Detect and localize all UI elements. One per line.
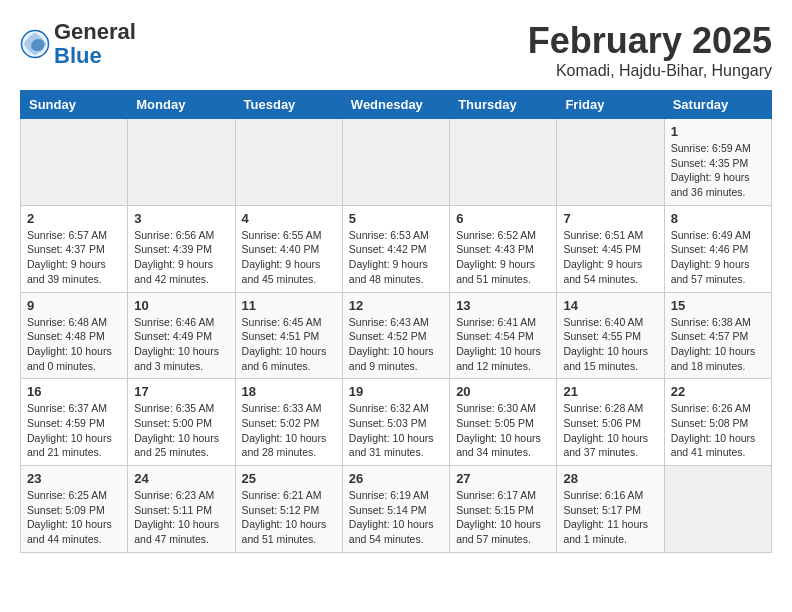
day-info: Sunrise: 6:37 AM Sunset: 4:59 PM Dayligh… xyxy=(27,401,121,460)
calendar-cell xyxy=(235,119,342,206)
day-info: Sunrise: 6:51 AM Sunset: 4:45 PM Dayligh… xyxy=(563,228,657,287)
day-info: Sunrise: 6:56 AM Sunset: 4:39 PM Dayligh… xyxy=(134,228,228,287)
weekday-header-friday: Friday xyxy=(557,91,664,119)
day-info: Sunrise: 6:28 AM Sunset: 5:06 PM Dayligh… xyxy=(563,401,657,460)
calendar-cell: 2Sunrise: 6:57 AM Sunset: 4:37 PM Daylig… xyxy=(21,205,128,292)
page-header: General Blue February 2025 Komadi, Hajdu… xyxy=(20,20,772,80)
logo-blue-text: Blue xyxy=(54,43,102,68)
weekday-header-monday: Monday xyxy=(128,91,235,119)
calendar-cell: 23Sunrise: 6:25 AM Sunset: 5:09 PM Dayli… xyxy=(21,466,128,553)
calendar-cell xyxy=(21,119,128,206)
day-info: Sunrise: 6:16 AM Sunset: 5:17 PM Dayligh… xyxy=(563,488,657,547)
day-number: 2 xyxy=(27,211,121,226)
calendar-cell: 22Sunrise: 6:26 AM Sunset: 5:08 PM Dayli… xyxy=(664,379,771,466)
weekday-header-saturday: Saturday xyxy=(664,91,771,119)
day-number: 6 xyxy=(456,211,550,226)
calendar-cell: 24Sunrise: 6:23 AM Sunset: 5:11 PM Dayli… xyxy=(128,466,235,553)
calendar-cell: 17Sunrise: 6:35 AM Sunset: 5:00 PM Dayli… xyxy=(128,379,235,466)
calendar-cell xyxy=(342,119,449,206)
day-number: 14 xyxy=(563,298,657,313)
weekday-header-wednesday: Wednesday xyxy=(342,91,449,119)
calendar-cell: 14Sunrise: 6:40 AM Sunset: 4:55 PM Dayli… xyxy=(557,292,664,379)
calendar-cell: 21Sunrise: 6:28 AM Sunset: 5:06 PM Dayli… xyxy=(557,379,664,466)
calendar-cell: 28Sunrise: 6:16 AM Sunset: 5:17 PM Dayli… xyxy=(557,466,664,553)
day-info: Sunrise: 6:26 AM Sunset: 5:08 PM Dayligh… xyxy=(671,401,765,460)
calendar-cell xyxy=(128,119,235,206)
day-number: 20 xyxy=(456,384,550,399)
weekday-header-row: SundayMondayTuesdayWednesdayThursdayFrid… xyxy=(21,91,772,119)
day-number: 8 xyxy=(671,211,765,226)
day-number: 9 xyxy=(27,298,121,313)
logo-icon xyxy=(20,29,50,59)
logo: General Blue xyxy=(20,20,136,68)
day-number: 22 xyxy=(671,384,765,399)
day-number: 17 xyxy=(134,384,228,399)
week-row-0: 1Sunrise: 6:59 AM Sunset: 4:35 PM Daylig… xyxy=(21,119,772,206)
week-row-4: 23Sunrise: 6:25 AM Sunset: 5:09 PM Dayli… xyxy=(21,466,772,553)
day-number: 21 xyxy=(563,384,657,399)
calendar-cell: 13Sunrise: 6:41 AM Sunset: 4:54 PM Dayli… xyxy=(450,292,557,379)
calendar-cell xyxy=(557,119,664,206)
day-number: 19 xyxy=(349,384,443,399)
day-info: Sunrise: 6:43 AM Sunset: 4:52 PM Dayligh… xyxy=(349,315,443,374)
day-number: 18 xyxy=(242,384,336,399)
day-number: 10 xyxy=(134,298,228,313)
day-info: Sunrise: 6:38 AM Sunset: 4:57 PM Dayligh… xyxy=(671,315,765,374)
day-info: Sunrise: 6:35 AM Sunset: 5:00 PM Dayligh… xyxy=(134,401,228,460)
day-number: 28 xyxy=(563,471,657,486)
calendar-cell: 9Sunrise: 6:48 AM Sunset: 4:48 PM Daylig… xyxy=(21,292,128,379)
day-info: Sunrise: 6:40 AM Sunset: 4:55 PM Dayligh… xyxy=(563,315,657,374)
calendar-cell: 20Sunrise: 6:30 AM Sunset: 5:05 PM Dayli… xyxy=(450,379,557,466)
day-info: Sunrise: 6:55 AM Sunset: 4:40 PM Dayligh… xyxy=(242,228,336,287)
day-info: Sunrise: 6:53 AM Sunset: 4:42 PM Dayligh… xyxy=(349,228,443,287)
day-number: 26 xyxy=(349,471,443,486)
day-info: Sunrise: 6:59 AM Sunset: 4:35 PM Dayligh… xyxy=(671,141,765,200)
day-number: 3 xyxy=(134,211,228,226)
day-number: 24 xyxy=(134,471,228,486)
day-info: Sunrise: 6:21 AM Sunset: 5:12 PM Dayligh… xyxy=(242,488,336,547)
day-info: Sunrise: 6:45 AM Sunset: 4:51 PM Dayligh… xyxy=(242,315,336,374)
day-info: Sunrise: 6:52 AM Sunset: 4:43 PM Dayligh… xyxy=(456,228,550,287)
day-number: 4 xyxy=(242,211,336,226)
day-info: Sunrise: 6:41 AM Sunset: 4:54 PM Dayligh… xyxy=(456,315,550,374)
day-info: Sunrise: 6:25 AM Sunset: 5:09 PM Dayligh… xyxy=(27,488,121,547)
calendar-cell: 7Sunrise: 6:51 AM Sunset: 4:45 PM Daylig… xyxy=(557,205,664,292)
day-info: Sunrise: 6:17 AM Sunset: 5:15 PM Dayligh… xyxy=(456,488,550,547)
calendar-cell: 4Sunrise: 6:55 AM Sunset: 4:40 PM Daylig… xyxy=(235,205,342,292)
calendar-cell: 10Sunrise: 6:46 AM Sunset: 4:49 PM Dayli… xyxy=(128,292,235,379)
calendar-cell: 26Sunrise: 6:19 AM Sunset: 5:14 PM Dayli… xyxy=(342,466,449,553)
day-number: 23 xyxy=(27,471,121,486)
calendar-cell: 1Sunrise: 6:59 AM Sunset: 4:35 PM Daylig… xyxy=(664,119,771,206)
calendar-cell: 11Sunrise: 6:45 AM Sunset: 4:51 PM Dayli… xyxy=(235,292,342,379)
month-title: February 2025 xyxy=(528,20,772,62)
title-block: February 2025 Komadi, Hajdu-Bihar, Hunga… xyxy=(528,20,772,80)
day-number: 12 xyxy=(349,298,443,313)
day-number: 7 xyxy=(563,211,657,226)
weekday-header-sunday: Sunday xyxy=(21,91,128,119)
calendar-cell: 25Sunrise: 6:21 AM Sunset: 5:12 PM Dayli… xyxy=(235,466,342,553)
calendar-cell xyxy=(450,119,557,206)
calendar-cell: 12Sunrise: 6:43 AM Sunset: 4:52 PM Dayli… xyxy=(342,292,449,379)
calendar-cell: 18Sunrise: 6:33 AM Sunset: 5:02 PM Dayli… xyxy=(235,379,342,466)
day-number: 11 xyxy=(242,298,336,313)
day-info: Sunrise: 6:57 AM Sunset: 4:37 PM Dayligh… xyxy=(27,228,121,287)
day-info: Sunrise: 6:30 AM Sunset: 5:05 PM Dayligh… xyxy=(456,401,550,460)
day-info: Sunrise: 6:33 AM Sunset: 5:02 PM Dayligh… xyxy=(242,401,336,460)
calendar-table: SundayMondayTuesdayWednesdayThursdayFrid… xyxy=(20,90,772,553)
day-info: Sunrise: 6:49 AM Sunset: 4:46 PM Dayligh… xyxy=(671,228,765,287)
day-info: Sunrise: 6:19 AM Sunset: 5:14 PM Dayligh… xyxy=(349,488,443,547)
calendar-cell: 5Sunrise: 6:53 AM Sunset: 4:42 PM Daylig… xyxy=(342,205,449,292)
day-info: Sunrise: 6:23 AM Sunset: 5:11 PM Dayligh… xyxy=(134,488,228,547)
calendar-cell: 27Sunrise: 6:17 AM Sunset: 5:15 PM Dayli… xyxy=(450,466,557,553)
weekday-header-thursday: Thursday xyxy=(450,91,557,119)
day-info: Sunrise: 6:46 AM Sunset: 4:49 PM Dayligh… xyxy=(134,315,228,374)
day-info: Sunrise: 6:32 AM Sunset: 5:03 PM Dayligh… xyxy=(349,401,443,460)
location-title: Komadi, Hajdu-Bihar, Hungary xyxy=(528,62,772,80)
calendar-cell: 8Sunrise: 6:49 AM Sunset: 4:46 PM Daylig… xyxy=(664,205,771,292)
calendar-cell xyxy=(664,466,771,553)
day-number: 16 xyxy=(27,384,121,399)
week-row-1: 2Sunrise: 6:57 AM Sunset: 4:37 PM Daylig… xyxy=(21,205,772,292)
day-number: 13 xyxy=(456,298,550,313)
day-number: 27 xyxy=(456,471,550,486)
calendar-cell: 6Sunrise: 6:52 AM Sunset: 4:43 PM Daylig… xyxy=(450,205,557,292)
